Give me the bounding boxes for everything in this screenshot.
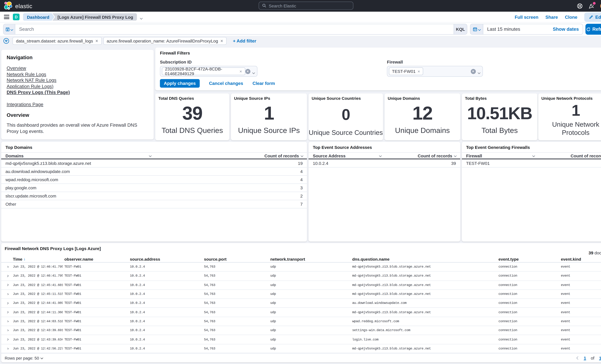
dns-question-name-cell: wpad.reddog.microsoft.com [351,319,497,323]
filter-pill[interactable]: data_stream.dataset: azure.firewall_logs… [12,37,102,45]
metric-value: 0 [309,100,383,129]
time-range-value[interactable]: Last 15 minutes [483,27,553,32]
column-header-firewall[interactable]: Firewall [466,153,538,158]
pencil-icon [589,15,593,19]
column-header-event-type[interactable]: event.type [497,257,559,261]
news-button[interactable] [589,3,594,9]
refresh-button[interactable]: Refresh [585,24,601,35]
apply-changes-button[interactable]: Apply changes [160,79,200,88]
column-label: Domains [5,153,24,158]
expand-row-button[interactable] [1,330,11,331]
breadcrumb-current-dashboard[interactable]: [Logs Azure] Firewall DNS Proxy Log [52,13,137,21]
sort-chevron-icon [149,154,151,157]
user-avatar[interactable]: e [600,2,601,10]
column-header-source-address[interactable]: source.address [128,257,202,261]
global-search-input[interactable]: Search Elastic [259,1,353,10]
column-header-count[interactable]: Count of records [384,153,456,158]
edit-button[interactable]: Edit [584,12,601,22]
saved-query-menu-button[interactable] [3,24,15,34]
dns-question-name-cell: md-qp4jv5snxgk5.z13.blob.storage.azure.n… [351,265,497,269]
column-header-event-kind[interactable]: event.kind [559,257,601,261]
add-filter-button[interactable]: + Add filter [233,38,256,43]
top-source-addresses-panel: Top Event Source Addresses Source Addres… [309,142,460,241]
nav-link-overview[interactable]: Overview [7,66,148,71]
column-label: event.kind [561,257,581,261]
expand-row-button[interactable] [1,339,11,340]
expand-row-button[interactable] [1,275,11,277]
current-page-button[interactable]: 1 [584,355,586,360]
column-header-count[interactable]: Count of records [537,153,601,158]
cancel-changes-button[interactable]: Cancel changes [209,81,243,86]
chevron-down-icon[interactable] [252,68,254,75]
full-screen-button[interactable]: Full screen [515,15,538,19]
overview-description: This dashboard provides an overall view … [7,122,148,134]
event-kind-cell: event [559,338,601,341]
last-page-button[interactable]: 1 [599,355,601,360]
expand-row-button[interactable] [1,311,11,313]
table-row: TEST-FW01 39 [462,159,601,167]
expand-row-button[interactable] [1,320,11,322]
event-type-cell: connection [497,319,559,323]
observer-name-cell: TEST-FW01 [63,274,128,278]
filter-menu-icon[interactable] [3,38,9,44]
column-header-time[interactable]: Time ↓ [11,257,63,261]
kql-syntax-button[interactable]: KQL [454,24,467,34]
source-address-cell: 10.0.2.4 [313,161,451,165]
nav-link-network-rule-logs[interactable]: Network Rule Logs [7,71,148,77]
chevron-down-icon[interactable] [478,68,480,75]
nav-link-application-rule-logs[interactable]: Application Rule Logs) [7,84,148,90]
menu-button[interactable] [4,15,9,19]
expand-row-button[interactable] [1,293,11,295]
query-input[interactable]: Search [15,24,454,34]
expand-row-button[interactable] [1,302,11,304]
expand-row-button[interactable] [1,348,11,349]
remove-option-icon[interactable]: × [240,69,242,74]
column-header-dns-question-name[interactable]: dns.question.name [351,257,497,261]
clear-selection-icon[interactable]: × [471,69,476,74]
source-port-cell: 54,763 [202,319,269,323]
clear-selection-icon[interactable]: × [245,69,250,74]
nav-link-dns-proxy-logs[interactable]: DNS Proxy Logs (This Page) [7,90,148,96]
subscription-id-selected-option: 23103928-B2CF-472A-8CDB-0146E2849129 × [162,67,245,75]
chevron-down-icon[interactable] [141,13,142,20]
observer-name-cell: TEST-FW01 [63,310,128,314]
date-quick-select-button[interactable] [470,24,483,34]
filter-bar: data_stream.dataset: azure.firewall_logs… [0,36,601,46]
nav-link-integrations-page[interactable]: Integrations Page [7,101,148,107]
column-header-network-transport[interactable]: network.transport [269,257,351,261]
remove-option-icon[interactable]: × [418,69,420,74]
expand-row-button[interactable] [1,266,11,268]
count-cell: 4 [300,169,303,174]
clear-form-button[interactable]: Clear form [252,81,275,86]
column-header-observer-name[interactable]: observer.name [63,257,128,261]
previous-page-button[interactable] [576,356,580,360]
firewall-combobox[interactable]: TEST-FW01 × × [387,66,483,77]
network-transport-cell: udp [269,319,351,323]
log-row: Jun 23, 2022 @ 12:43:39.634 TEST-FW01 10… [1,335,601,344]
breadcrumb-dashboard[interactable]: Dashboard [23,13,54,21]
expand-row-button[interactable] [1,284,11,286]
column-header-source-port[interactable]: source.port [202,257,269,261]
column-header-count[interactable]: Count of records [154,153,303,158]
column-header-domains[interactable]: Domains [5,153,154,158]
subscription-id-combobox[interactable]: 23103928-B2CF-472A-8CDB-0146E2849129 × × [160,66,257,77]
time-cell: Jun 23, 2022 @ 12:44:41.989 [11,301,63,305]
sort-chevron-icon [532,154,535,157]
pagination: 1 of 1 [577,355,601,360]
domain-cell: au.download.windowsupdate.com [5,169,300,174]
event-type-cell: connection [497,338,559,341]
share-button[interactable]: Share [545,15,558,19]
remove-filter-icon[interactable]: × [95,38,98,43]
help-button[interactable] [577,3,583,9]
count-cell: 2 [300,194,303,198]
nav-link-network-nat-rule-logs[interactable]: Network NAT Rule Logs [7,77,148,84]
rows-per-page-button[interactable]: Rows per page: 50 [5,355,43,360]
show-dates-button[interactable]: Show dates [553,27,583,32]
filter-pill[interactable]: azure.firewall.operation_name: AzureFire… [103,37,227,45]
firewall-value: TEST-FW01 [392,69,416,74]
column-header-source-address[interactable]: Source Address [313,153,384,158]
clone-button[interactable]: Clone [565,15,577,19]
page-of-label: of [591,355,594,360]
remove-filter-icon[interactable]: × [220,38,223,43]
column-label: network.transport [270,257,305,261]
